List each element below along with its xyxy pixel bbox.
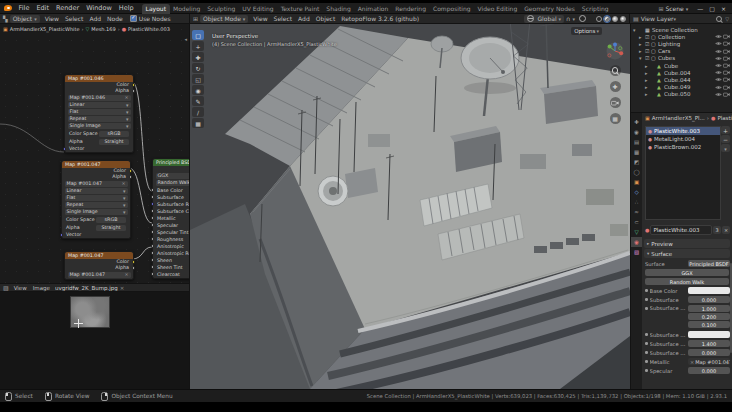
node-title[interactable]: Map #001.047	[65, 252, 133, 259]
sss-method-select[interactable]: Random Walk	[645, 278, 729, 285]
menu-item[interactable]: File	[15, 4, 33, 12]
outliner-row[interactable]: ▸ ☑ ▢ Collection	[631, 33, 732, 40]
menu-item[interactable]: Render	[52, 4, 82, 12]
hide-in-viewport-toggle[interactable]	[714, 77, 722, 82]
input-socket[interactable]	[151, 237, 154, 240]
tab-constraints[interactable]: ⊂	[631, 217, 642, 227]
tool-scale[interactable]: ◱	[192, 74, 204, 84]
disable-in-render-toggle[interactable]	[722, 34, 730, 39]
tool-add-cube[interactable]: ▦	[192, 118, 204, 128]
color-space-select[interactable]: sRGB	[96, 217, 126, 223]
shader-editor-icon[interactable]	[3, 15, 8, 22]
outliner-row[interactable]: ▸ ▲ Cube.004	[631, 69, 732, 76]
tab-material[interactable]: ◉	[631, 237, 642, 247]
scene-selector[interactable]: Scene	[655, 5, 691, 12]
menu-item[interactable]: Edit	[33, 4, 53, 12]
unlink-icon[interactable]: ×	[124, 272, 128, 278]
node-dropdown[interactable]: Flat	[65, 195, 128, 201]
image-filename[interactable]: uvgridfw_2K_Bump.jpg	[55, 285, 118, 291]
viewport-editor-icon[interactable]	[193, 15, 198, 22]
specular-value[interactable]: 0.000	[688, 367, 730, 374]
preview-section-header[interactable]: ▸ Preview	[644, 239, 730, 248]
node-dropdown[interactable]: Single Image	[65, 209, 128, 215]
navigation-gizmo[interactable]	[606, 42, 624, 60]
disable-in-render-toggle[interactable]	[722, 70, 730, 75]
menu-item[interactable]: Image	[30, 285, 53, 291]
snap-magnet-icon[interactable]	[566, 15, 570, 22]
tool-move[interactable]: ✚	[192, 52, 204, 62]
outliner-row[interactable]: ▸ ▲ Cube.050	[631, 91, 732, 98]
row-label[interactable]: Scene Collection	[652, 27, 714, 33]
outliner-display-mode[interactable]: View Layer	[641, 15, 674, 22]
subsurface-ior-value[interactable]: 1.400	[688, 340, 730, 347]
tool-measure[interactable]: ∕	[192, 107, 204, 117]
workspace-tab[interactable]: Layout	[142, 4, 169, 14]
node-image-texture-1[interactable]: Map #001.046 Color Alpha Map #001.046× L…	[64, 74, 134, 153]
image-datablock-field[interactable]: Map #001.046×	[68, 95, 131, 101]
tab-physics[interactable]: ≈	[631, 207, 642, 217]
input-socket[interactable]	[151, 265, 154, 268]
outliner-row[interactable]: ▸ ☑ ▢ Cars	[631, 48, 732, 55]
metallic-texture-link[interactable]: × Map #001.047	[688, 358, 730, 365]
node-dropdown[interactable]: Linear	[68, 102, 131, 108]
disable-in-render-toggle[interactable]	[722, 63, 730, 68]
hide-in-viewport-toggle[interactable]	[714, 34, 722, 39]
color-space-select[interactable]: sRGB	[99, 131, 129, 137]
tab-world[interactable]: ◯	[631, 167, 642, 177]
disable-in-render-toggle[interactable]	[722, 49, 730, 54]
unlink-icon[interactable]: ×	[121, 181, 125, 187]
options-dropdown[interactable]: Options	[571, 27, 602, 35]
node-principled-bsdf[interactable]: Principled BSDF BSDF GGX Random Walk Bas…	[152, 158, 190, 279]
shader-node-canvas[interactable]: ▣ ArmHandlerX5_PlasticWhite ▽ Mesh.169 ●…	[0, 24, 190, 283]
material-slot[interactable]: ● PlasticBrown.002	[646, 143, 720, 151]
distribution-dropdown[interactable]: GGX	[156, 173, 191, 179]
material-slot[interactable]: ● MetalLight.004	[646, 135, 720, 143]
blender-logo-icon[interactable]	[4, 5, 12, 11]
unlink-button[interactable]: ×	[722, 226, 730, 234]
unlink-icon[interactable]: ×	[124, 95, 128, 101]
workspace-tab[interactable]: Video Editing	[474, 4, 521, 14]
material-slot[interactable]: ● PlasticWhite.003	[646, 127, 720, 135]
tool-transform[interactable]: ◉	[192, 85, 204, 95]
node-title[interactable]: Principled BSDF	[153, 159, 190, 166]
use-nodes-checkbox[interactable]	[130, 15, 137, 22]
image-datablock-field[interactable]: Map #001.047×	[68, 272, 131, 278]
row-label[interactable]: Lighting	[658, 41, 714, 47]
hide-in-viewport-toggle[interactable]	[714, 85, 722, 90]
input-socket[interactable]	[151, 209, 154, 212]
disable-in-render-toggle[interactable]	[722, 92, 730, 97]
input-socket[interactable]	[151, 202, 154, 205]
node-image-texture-3[interactable]: Map #001.047 Color Alpha Map #001.047×	[64, 251, 134, 280]
breadcrumb-material[interactable]: PlasticWhite.003	[128, 26, 170, 32]
workspace-tab[interactable]: UV Editing	[239, 4, 277, 14]
tool-cursor[interactable]: +	[192, 41, 204, 51]
menu-item[interactable]: Select	[62, 15, 87, 22]
remove-slot-button[interactable]: −	[721, 135, 730, 143]
radius-y-value[interactable]: 0.200	[688, 313, 730, 320]
disable-in-render-toggle[interactable]	[722, 77, 730, 82]
input-socket[interactable]	[151, 272, 154, 275]
disclosure-triangle-icon[interactable]: ▸	[645, 84, 651, 90]
tab-object[interactable]: ▣	[631, 177, 642, 187]
vector-input-socket[interactable]	[60, 233, 63, 236]
distribution-select[interactable]: GGX	[645, 269, 729, 276]
tab-output[interactable]: ▤	[631, 137, 642, 147]
input-socket[interactable]	[151, 258, 154, 261]
breadcrumb-material[interactable]: PlasticWh...	[717, 115, 732, 121]
input-socket[interactable]	[151, 195, 154, 198]
outliner-row[interactable]: ▸ ▲ Cube	[631, 62, 732, 69]
disclosure-triangle-icon[interactable]: ▸	[645, 77, 651, 83]
surface-section-header[interactable]: ▾ Surface	[644, 249, 730, 258]
alpha-mode-select[interactable]: Straight	[96, 225, 126, 231]
row-label[interactable]: Cube	[664, 63, 714, 69]
row-label[interactable]: Cars	[658, 48, 714, 54]
mode-select[interactable]: Object Mode	[200, 15, 248, 23]
outliner-editor-icon[interactable]	[633, 15, 639, 22]
row-label[interactable]: Collection	[658, 34, 714, 40]
menu-item[interactable]: View	[250, 15, 270, 22]
node-dropdown[interactable]: Repeat	[68, 116, 131, 122]
input-socket[interactable]	[151, 244, 154, 247]
node-image-texture-2[interactable]: Map #001.047 Color Alpha Map #001.047× L…	[61, 160, 131, 239]
node-dropdown[interactable]: Single Image	[68, 123, 131, 129]
viewport-3d[interactable]: User Perspective (4) Scene Collection | …	[190, 24, 630, 389]
